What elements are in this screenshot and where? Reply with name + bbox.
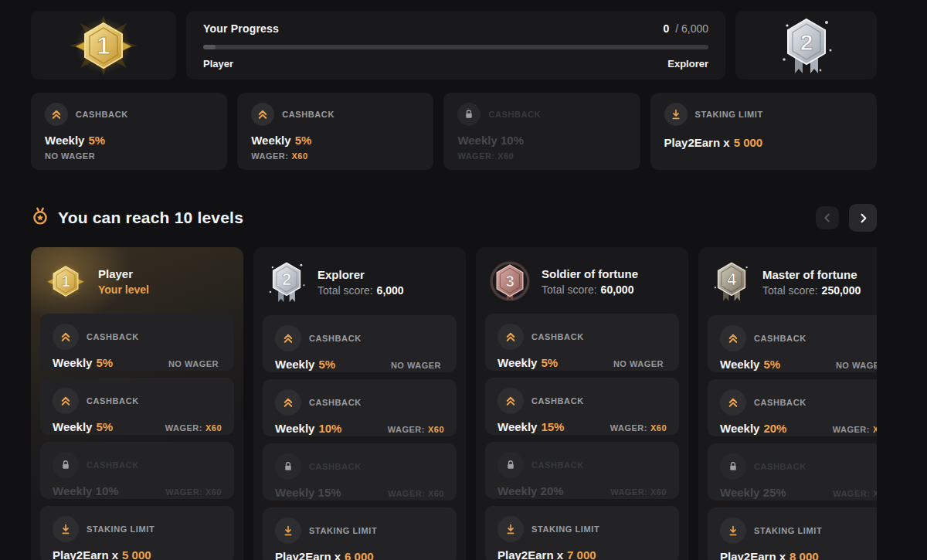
carousel-next-button[interactable]	[849, 204, 877, 232]
svg-text:1: 1	[61, 272, 70, 290]
staking-limit-icon	[53, 516, 79, 542]
level-benefit-cashback-locked: CASHBACK Weekly 25% WAGER: X60	[708, 443, 877, 501]
carousel-track: 1 Player Your level CASHBACK Weekly5% NO…	[31, 247, 877, 560]
level-benefit-cashback: CASHBACK Weekly5% NO WAGER	[708, 315, 877, 372]
progress-from-level: Player	[203, 58, 233, 70]
level-benefit-cashback: CASHBACK Weekly5% NO WAGER	[485, 314, 679, 371]
staking-limit-icon	[275, 518, 301, 544]
levels-carousel[interactable]: 1 Player Your level CASHBACK Weekly5% NO…	[31, 247, 877, 560]
progress-fill	[203, 45, 216, 49]
levels-section-header: You can reach 10 levels	[31, 204, 877, 232]
svg-text:3: 3	[505, 272, 514, 290]
progress-score: 0 / 6,000	[663, 22, 708, 35]
perk-label: CASHBACK	[282, 110, 334, 119]
cashback-icon	[497, 324, 524, 350]
progress-to-level: Explorer	[667, 58, 708, 70]
levels-heading: You can reach 10 levels	[58, 209, 243, 227]
perk-card-cashback-wager: CASHBACK Weekly5% WAGER:X60	[237, 93, 433, 170]
level-2-badge-icon: 2	[266, 260, 307, 304]
level-benefit-staking: STAKING LIMIT Play2Earn x5 000	[40, 506, 234, 560]
carousel-prev-button[interactable]	[816, 206, 839, 229]
level-name: Soldier of fortune	[542, 267, 638, 280]
level-1-badge-icon: 1	[70, 15, 138, 76]
level-column-explorer: 2 Explorer Total score:6,000 CASHBACK We…	[253, 247, 466, 560]
progress-strip: 1 Your Progress 0 / 6,000 Player Explore…	[31, 11, 877, 80]
chevron-right-icon	[857, 212, 869, 224]
perk-main: Weekly5%	[45, 134, 213, 147]
next-level-badge-card: 2	[735, 11, 877, 80]
level-benefit-cashback: CASHBACK Weekly5% NO WAGER	[263, 315, 457, 372]
lock-icon	[457, 103, 480, 126]
level-benefit-staking: STAKING LIMIT Play2Earn x7 000	[485, 506, 679, 560]
level-benefit-staking: STAKING LIMIT Play2Earn x8 000	[708, 507, 877, 560]
svg-text:4: 4	[727, 270, 736, 289]
progress-current: 0	[663, 22, 669, 35]
perk-sub: WAGER: X60	[457, 151, 626, 161]
lock-icon	[720, 453, 746, 480]
perk-main: Weekly 10%	[457, 134, 626, 147]
level-benefit-cashback-locked: CASHBACK Weekly 10% WAGER: X60	[40, 442, 234, 499]
lock-icon	[53, 452, 79, 478]
progress-panel: Your Progress 0 / 6,000 Player Explorer	[186, 11, 725, 80]
level-name: Player	[98, 267, 149, 280]
cashback-icon	[497, 388, 524, 414]
cashback-icon	[275, 389, 301, 416]
perk-label: CASHBACK	[488, 110, 541, 119]
progress-bar	[203, 45, 708, 49]
svg-text:2: 2	[800, 29, 813, 55]
perk-sub: NO WAGER	[45, 151, 213, 161]
staking-limit-icon	[497, 516, 524, 542]
progress-title: Your Progress	[203, 22, 279, 35]
staking-limit-icon	[720, 518, 746, 544]
level-score: Total score:250,000	[762, 284, 861, 297]
level-column-soldier-of-fortune: 3 Soldier of fortune Total score:60,000 …	[476, 247, 688, 560]
current-level-badge-card: 1	[31, 11, 176, 80]
level-benefit-cashback-locked: CASHBACK Weekly 20% WAGER: X60	[485, 442, 679, 499]
level-1-badge-icon: 1	[43, 260, 88, 303]
perk-card-cashback-nowager: CASHBACK Weekly5% NO WAGER	[31, 93, 227, 170]
staking-limit-icon	[664, 103, 688, 126]
level-benefit-cashback: CASHBACK Weekly15% WAGER:X60	[485, 378, 679, 435]
level-score: Total score:6,000	[317, 284, 404, 297]
progress-total: / 6,000	[675, 22, 708, 35]
level-benefit-cashback: CASHBACK Weekly5% WAGER:X60	[40, 378, 234, 435]
carousel-nav	[816, 204, 877, 232]
cashback-icon	[53, 324, 79, 350]
loyalty-page: 1 Your Progress 0 / 6,000 Player Explore…	[31, 11, 877, 560]
perk-card-cashback-locked: CASHBACK Weekly 10% WAGER: X60	[443, 93, 640, 170]
lock-icon	[275, 453, 301, 480]
cashback-icon	[275, 325, 301, 351]
level-benefit-cashback-locked: CASHBACK Weekly 15% WAGER: X60	[263, 443, 457, 501]
level-score: Total score:60,000	[542, 283, 638, 296]
cashback-icon	[45, 103, 68, 126]
cashback-icon	[720, 325, 746, 351]
perk-label: STAKING LIMIT	[695, 110, 763, 119]
level-name: Explorer	[317, 268, 404, 281]
level-current-tag: Your level	[98, 283, 149, 296]
level-benefit-cashback: CASHBACK Weekly5% NO WAGER	[40, 314, 234, 371]
perk-main: Play2Earn x5 000	[664, 136, 863, 149]
perk-card-staking-limit: STAKING LIMIT Play2Earn x5 000	[650, 93, 877, 170]
perk-label: CASHBACK	[76, 110, 128, 119]
perk-sub: WAGER:X60	[251, 151, 419, 161]
chevron-left-icon	[822, 212, 833, 223]
level-3-badge-icon: 3	[488, 260, 531, 303]
cashback-icon	[720, 389, 746, 416]
cashback-icon	[53, 388, 79, 414]
level-benefit-staking: STAKING LIMIT Play2Earn x6 000	[263, 507, 457, 560]
level-name: Master of fortune	[762, 268, 861, 281]
level-benefit-cashback: CASHBACK Weekly10% WAGER:X60	[263, 379, 457, 436]
perk-main: Weekly5%	[251, 134, 419, 147]
lock-icon	[497, 452, 524, 478]
cashback-icon	[251, 103, 274, 126]
level-4-badge-icon: 4	[711, 260, 752, 304]
current-perks-row: CASHBACK Weekly5% NO WAGER CASHBACK Week…	[31, 93, 877, 170]
svg-text:1: 1	[97, 32, 110, 59]
svg-text:2: 2	[282, 270, 291, 289]
award-icon	[31, 206, 49, 229]
level-2-badge-icon: 2	[778, 15, 835, 76]
level-column-player: 1 Player Your level CASHBACK Weekly5% NO…	[31, 247, 243, 560]
level-column-master-of-fortune: 4 Master of fortune Total score:250,000 …	[698, 247, 877, 560]
level-benefit-cashback: CASHBACK Weekly20% WAGER:X60	[708, 379, 877, 436]
